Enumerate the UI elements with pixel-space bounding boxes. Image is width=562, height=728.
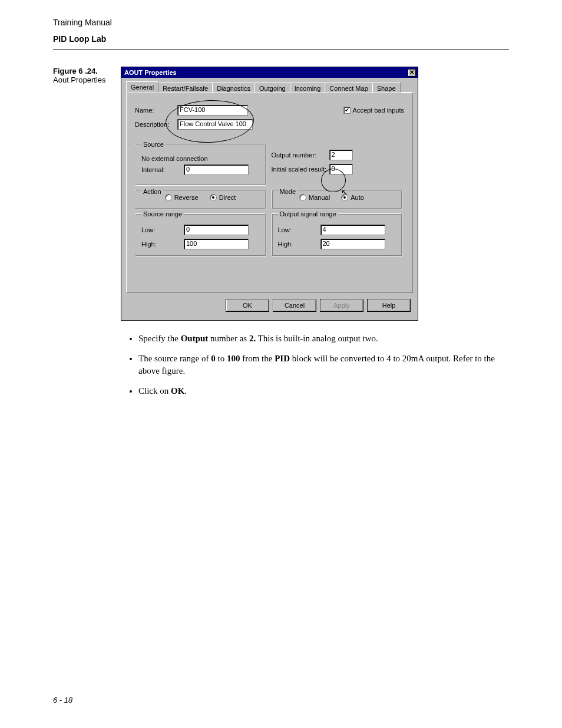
header-rule (53, 50, 509, 50)
dialog-title: AOUT Properties (124, 69, 177, 76)
source-range-group: Source range Low: 0 High: 100 (135, 213, 266, 256)
output-signal-range-legend: Output signal range (278, 210, 338, 218)
text: Click on (138, 386, 171, 396)
text-bold: 100 (227, 354, 240, 363)
text-bold: PID (275, 354, 290, 363)
tab-connect-map[interactable]: Connect Map (325, 83, 372, 93)
tab-panel-general: ↖ Name: FCV-100 Description: Flow Contro… (126, 93, 413, 293)
output-number-label: Output number: (272, 151, 329, 159)
radio-icon (299, 194, 306, 201)
tab-general[interactable]: General (126, 81, 158, 93)
text-bold: 0 (211, 354, 216, 363)
internal-label: Internal: (141, 166, 184, 173)
output-number-input[interactable]: 2 (329, 150, 353, 160)
action-group: Action Reverse Direct (135, 190, 266, 209)
text: from the (240, 354, 275, 363)
output-high-input[interactable]: 20 (320, 239, 385, 249)
radio-icon (210, 194, 217, 201)
dialog-titlebar: AOUT Properties ✕ (121, 67, 418, 78)
source-range-legend: Source range (141, 210, 184, 218)
text: The source range of (138, 354, 211, 363)
radio-icon (341, 194, 348, 201)
header-training-manual: Training Manual (53, 18, 509, 27)
help-button[interactable]: Help (367, 299, 411, 312)
page-number: 6 - 18 (53, 696, 72, 704)
source-high-input[interactable]: 100 (184, 239, 249, 249)
ok-button[interactable]: OK (226, 299, 269, 312)
initial-scaled-result-label: Initial scaled result: (272, 166, 329, 173)
source-high-label: High: (141, 241, 184, 248)
output-low-label: Low: (278, 226, 320, 233)
mode-legend: Mode (278, 188, 298, 195)
tab-incoming[interactable]: Incoming (290, 83, 326, 93)
text-bold: Output (181, 334, 209, 343)
text: . (184, 386, 187, 396)
description-label: Description: (135, 121, 177, 128)
mode-auto-label: Auto (351, 194, 364, 201)
source-low-input[interactable]: 0 (184, 225, 249, 235)
source-low-label: Low: (141, 226, 184, 233)
text-bold: 2. (249, 334, 256, 343)
source-group: Source No external connection Internal: … (135, 144, 266, 185)
no-external-connection-label: No external connection (141, 155, 259, 162)
apply-button[interactable]: Apply (320, 299, 363, 312)
source-legend: Source (141, 141, 166, 148)
initial-scaled-result-input[interactable]: 0 (329, 164, 353, 174)
text: number as (208, 334, 249, 343)
aout-properties-dialog: AOUT Properties ✕ General Restart/Failsa… (121, 67, 418, 321)
mode-manual-radio[interactable]: Manual (299, 194, 330, 201)
output-low-input[interactable]: 4 (320, 225, 385, 235)
bullet-2: The source range of 0 to 100 from the PI… (138, 353, 509, 377)
text: to (216, 354, 227, 363)
tab-restart-failsafe[interactable]: Restart/Failsafe (158, 83, 213, 93)
mode-manual-label: Manual (309, 194, 330, 201)
bullet-3: Click on OK. (138, 385, 509, 397)
radio-icon (165, 194, 172, 201)
cancel-button[interactable]: Cancel (273, 299, 316, 312)
mode-group: Mode Manual Auto (272, 190, 402, 209)
header-section-title: PID Loop Lab (53, 34, 509, 44)
accept-bad-inputs-checkbox[interactable]: ✔ Accept bad inputs (343, 107, 404, 114)
tab-diagnostics[interactable]: Diagnostics (212, 83, 255, 93)
internal-input[interactable]: 0 (184, 164, 249, 175)
name-input[interactable]: FCV-100 (177, 105, 248, 116)
bullet-1: Specify the Output number as 2. This is … (138, 332, 509, 344)
tab-outgoing[interactable]: Outgoing (254, 83, 290, 93)
mode-auto-radio[interactable]: Auto (341, 194, 364, 201)
action-direct-radio[interactable]: Direct (210, 194, 236, 201)
action-reverse-radio[interactable]: Reverse (165, 194, 199, 201)
tab-shape[interactable]: Shape (372, 83, 401, 93)
close-icon[interactable]: ✕ (408, 69, 416, 77)
output-signal-range-group: Output signal range Low: 4 High: 20 (272, 213, 402, 256)
dialog-button-row: OK Cancel Apply Help (126, 293, 413, 314)
text: Specify the (138, 334, 181, 343)
description-input[interactable]: Flow Control Valve 100 (177, 119, 253, 130)
action-reverse-label: Reverse (174, 194, 199, 201)
text-bold: OK (171, 386, 184, 396)
output-high-label: High: (278, 241, 320, 248)
checkbox-icon: ✔ (343, 107, 351, 114)
text: This is built-in analog output two. (256, 334, 378, 343)
name-label: Name: (135, 107, 177, 114)
figure-label: Figure 6 .24. (53, 67, 98, 75)
figure-caption: Figure 6 .24. Aout Properties (53, 67, 121, 84)
tabstrip: General Restart/Failsafe Diagnostics Out… (126, 81, 413, 93)
figure-desc: Aout Properties (53, 75, 115, 84)
instruction-list: Specify the Output number as 2. This is … (138, 332, 509, 397)
action-direct-label: Direct (219, 194, 236, 201)
action-legend: Action (141, 188, 163, 195)
accept-bad-inputs-label: Accept bad inputs (353, 107, 404, 114)
